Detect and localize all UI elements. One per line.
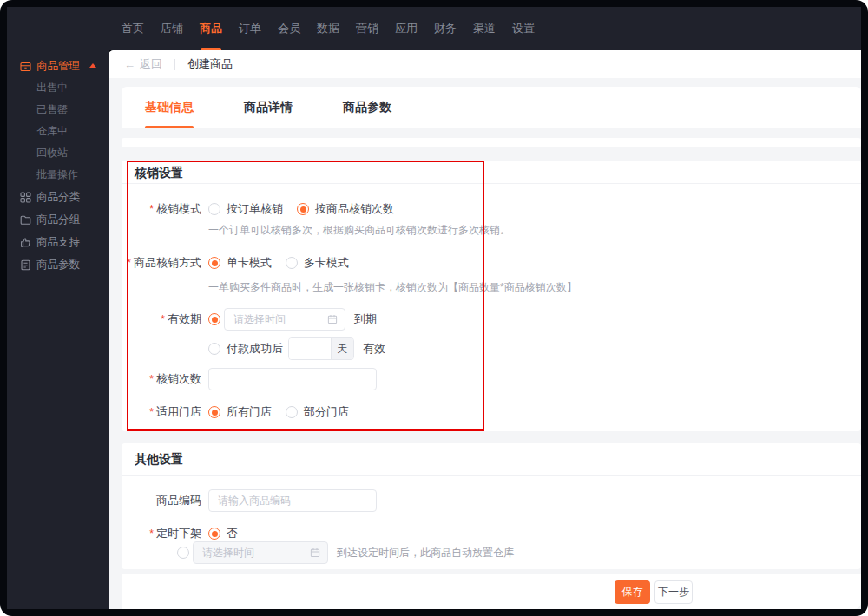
radio-by-product-times[interactable]: 按商品核销次数: [297, 201, 394, 217]
section-divider: [122, 183, 861, 184]
valid-suffix: 有效: [363, 341, 385, 357]
radio-schedule-time[interactable]: [177, 547, 189, 559]
sidebar-item-label: 商品支持: [36, 235, 80, 250]
field-label: *核销模式: [122, 201, 201, 217]
date-placeholder: 请选择时间: [202, 546, 303, 560]
sidebar-item-on-sale[interactable]: 出售中: [7, 77, 108, 99]
valid-days-input[interactable]: [289, 338, 331, 359]
radio-multi-card[interactable]: 多卡模式: [286, 255, 349, 271]
sidebar-item-sold-out[interactable]: 已售罄: [7, 99, 108, 121]
folder-icon: [20, 214, 31, 226]
footer-action-bar: 保存 下一步: [122, 574, 861, 609]
next-step-button[interactable]: 下一步: [654, 580, 693, 604]
required-mark: *: [149, 203, 154, 215]
field-label: *适用门店: [122, 404, 201, 420]
section-title: 核销设置: [135, 166, 183, 181]
calendar-icon: [310, 547, 320, 558]
required-mark: *: [161, 313, 165, 325]
section-strip: [122, 138, 861, 147]
nav-item-shop[interactable]: 店铺: [161, 7, 183, 50]
tab-basic-info[interactable]: 基础信息: [145, 87, 194, 128]
caret-up-icon: [89, 63, 96, 68]
sidebar-item-label: 商品参数: [36, 258, 80, 272]
sidebar-item-goods-group[interactable]: 商品分组: [7, 208, 108, 231]
schedule-off-row: *定时下架 否: [122, 525, 252, 542]
tab-bar: 基础信息 商品详情 商品参数: [122, 87, 861, 128]
save-button[interactable]: 保存: [615, 580, 650, 604]
sidebar-item-in-warehouse[interactable]: 仓库中: [7, 121, 108, 142]
radio-single-card[interactable]: 单卡模式: [208, 255, 272, 271]
radio-label: 按商品核销次数: [315, 201, 394, 217]
calendar-icon: [327, 314, 338, 324]
nav-item-finance[interactable]: 财务: [434, 7, 457, 50]
field-label: *核销次数: [122, 371, 201, 387]
other-settings-card: 其他设置 商品编码 *定时下架 否 请选择时间: [122, 443, 861, 569]
tab-goods-params[interactable]: 商品参数: [343, 87, 391, 128]
field-label: *定时下架: [122, 526, 201, 541]
radio-label: 多卡模式: [304, 255, 349, 271]
after-payment-label: 付款成功后: [227, 341, 283, 357]
sidebar-item-label: 商品分类: [36, 190, 80, 205]
radio-by-order[interactable]: 按订单核销: [208, 201, 283, 217]
radio-label: 否: [227, 526, 238, 541]
radio-partial-stores-circle[interactable]: [286, 406, 298, 418]
schedule-note: 到达设定时间后，此商品自动放置仓库: [337, 546, 514, 560]
nav-item-home[interactable]: 首页: [122, 7, 144, 50]
date-placeholder: 请选择时间: [233, 312, 320, 327]
radio-by-order-circle[interactable]: [208, 203, 220, 215]
required-mark: *: [149, 373, 154, 385]
card-mode-help: 一单购买多件商品时，生成一张核销卡，核销次数为【商品数量*商品核销次数】: [208, 280, 577, 295]
nav-item-settings[interactable]: 设置: [512, 7, 535, 50]
valid-days-group: 天: [288, 337, 354, 360]
nav-item-channels[interactable]: 渠道: [473, 7, 496, 50]
document-icon: [20, 259, 31, 271]
radio-label: 所有门店: [227, 404, 272, 420]
required-mark: *: [127, 257, 131, 269]
sidebar-item-label: 商品管理: [36, 59, 80, 74]
nav-item-members[interactable]: 会员: [278, 7, 300, 50]
back-arrow-icon: ←: [124, 58, 135, 71]
nav-item-orders[interactable]: 订单: [239, 7, 261, 50]
goods-manage-icon: [20, 61, 31, 72]
stores-row: *适用门店 所有门店 部分门店: [122, 401, 363, 423]
app-window: 首页 店铺 商品 订单 会员 数据 营销 应用 财务 渠道 设置 商品管理 出售…: [0, 0, 868, 616]
back-label: 返回: [140, 56, 162, 72]
radio-multi-card-circle[interactable]: [286, 257, 298, 269]
back-button[interactable]: ← 返回: [124, 56, 162, 72]
expiry-date-picker[interactable]: 请选择时间: [224, 308, 345, 331]
radio-by-product-times-circle[interactable]: [297, 203, 309, 215]
sidebar-item-goods-support[interactable]: 商品支持: [7, 231, 108, 253]
sidebar-item-goods-manage[interactable]: 商品管理: [7, 55, 108, 77]
verify-count-input[interactable]: [208, 368, 377, 390]
radio-partial-stores[interactable]: 部分门店: [286, 404, 349, 420]
nav-item-data[interactable]: 数据: [317, 7, 339, 50]
grid-icon: [20, 192, 31, 203]
radio-single-card-circle[interactable]: [208, 257, 220, 269]
verify-mode-help: 一个订单可以核销多次，根据购买商品可核销次数进行多次核销。: [208, 223, 510, 238]
nav-item-marketing[interactable]: 营销: [356, 7, 378, 50]
radio-schedule-no[interactable]: 否: [208, 526, 238, 541]
section-divider: [122, 475, 861, 476]
schedule-date-picker[interactable]: 请选择时间: [193, 541, 328, 564]
sidebar-item-goods-category[interactable]: 商品分类: [7, 186, 108, 208]
verify-count-row: *核销次数: [122, 368, 377, 390]
goods-code-input[interactable]: [208, 489, 377, 512]
radio-all-stores-circle[interactable]: [208, 406, 220, 418]
nav-item-goods[interactable]: 商品: [200, 7, 222, 50]
field-label: 商品编码: [122, 493, 201, 508]
radio-after-payment[interactable]: [208, 343, 220, 355]
top-nav: 首页 店铺 商品 订单 会员 数据 营销 应用 财务 渠道 设置: [7, 7, 861, 50]
required-mark: *: [149, 528, 154, 540]
radio-all-stores[interactable]: 所有门店: [208, 404, 272, 420]
sidebar-item-batch-ops[interactable]: 批量操作: [7, 164, 108, 186]
radio-expiry-date[interactable]: [208, 313, 220, 325]
nav-item-apps[interactable]: 应用: [395, 7, 418, 50]
expiry-suffix: 到期: [354, 311, 377, 327]
field-label: *商品核销方式: [122, 255, 201, 271]
tab-goods-detail[interactable]: 商品详情: [244, 87, 293, 128]
verification-settings-card: 核销设置 *核销模式 按订单核销 按商品核销次数 一个订单可以核销多次，根据购买…: [122, 161, 861, 431]
radio-schedule-no-circle[interactable]: [208, 528, 220, 540]
validity-days-row: 付款成功后 天 有效: [122, 337, 385, 360]
sidebar-item-goods-params[interactable]: 商品参数: [7, 253, 108, 276]
sidebar-item-recycle-bin[interactable]: 回收站: [7, 142, 108, 164]
